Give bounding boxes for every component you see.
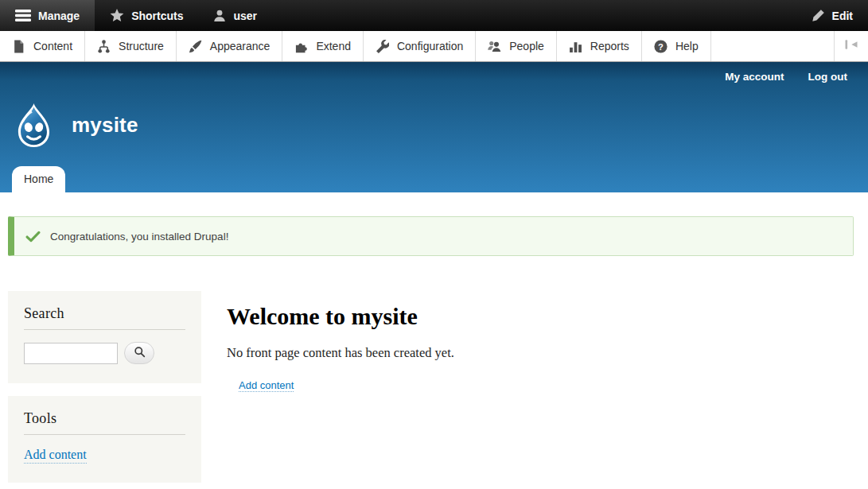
star-icon xyxy=(110,9,124,22)
site-branding[interactable]: mysite xyxy=(11,103,138,148)
admin-menu-label: Extend xyxy=(316,40,351,52)
people-icon xyxy=(488,40,501,53)
tab-home[interactable]: Home xyxy=(12,166,65,192)
check-icon xyxy=(25,231,41,243)
admin-menu-item-structure[interactable]: Structure xyxy=(85,31,177,61)
log-out-link[interactable]: Log out xyxy=(808,71,847,83)
admin-menu-label: Reports xyxy=(590,40,629,52)
toolbar-item-manage[interactable]: Manage xyxy=(0,0,95,31)
status-message-text: Congratulations, you installed Drupal! xyxy=(50,231,228,243)
svg-text:?: ? xyxy=(658,41,664,51)
admin-toolbar: Manage Shortcuts user Edit xyxy=(0,0,868,31)
page-title: Welcome to mysite xyxy=(227,304,854,329)
admin-menu-item-content[interactable]: Content xyxy=(0,31,85,61)
toolbar-spacer xyxy=(272,0,796,31)
main-add-content-link[interactable]: Add content xyxy=(239,379,294,392)
admin-menu-tray: Content Structure Appearance Extend Conf… xyxy=(0,31,868,62)
paintbrush-icon xyxy=(189,40,202,53)
admin-menu-item-appearance[interactable]: Appearance xyxy=(177,31,283,61)
main-content: Welcome to mysite No front page content … xyxy=(201,291,854,392)
file-icon xyxy=(12,40,25,53)
admin-menu-item-configuration[interactable]: Configuration xyxy=(364,31,476,61)
admin-menu-item-extend[interactable]: Extend xyxy=(282,31,364,61)
toolbar-item-label: user xyxy=(233,10,257,22)
bar-chart-icon xyxy=(569,40,582,53)
wrench-icon xyxy=(376,40,389,53)
status-message: Congratulations, you installed Drupal! xyxy=(8,216,854,256)
question-icon: ? xyxy=(654,40,668,53)
toolbar-item-edit[interactable]: Edit xyxy=(796,0,868,31)
admin-menu-label: Help xyxy=(675,40,699,52)
admin-menu-spacer xyxy=(711,31,834,61)
admin-menu-item-reports[interactable]: Reports xyxy=(557,31,642,61)
sidebar: Search Tools Add content xyxy=(8,291,201,483)
pencil-icon xyxy=(812,9,825,22)
tools-block: Tools Add content xyxy=(8,396,201,483)
user-icon xyxy=(213,10,226,22)
sidebar-add-content-link[interactable]: Add content xyxy=(24,447,87,464)
toolbar-item-shortcuts[interactable]: Shortcuts xyxy=(95,0,198,31)
tools-block-title: Tools xyxy=(24,410,185,435)
admin-menu-label: Configuration xyxy=(397,40,463,52)
admin-menu-label: People xyxy=(509,40,544,52)
toolbar-collapse-button[interactable] xyxy=(834,31,868,61)
toolbar-item-label: Manage xyxy=(38,10,80,22)
secondary-menu: My account Log out xyxy=(725,71,847,83)
toolbar-item-label: Shortcuts xyxy=(131,10,183,22)
empty-frontpage-text: No front page content has been created y… xyxy=(227,345,854,361)
search-block-title: Search xyxy=(24,305,185,330)
search-button[interactable] xyxy=(124,342,154,364)
page-layout: Search Tools Add content Welcome to mys xyxy=(8,291,854,483)
collapse-left-icon xyxy=(844,39,858,53)
drupal-logo xyxy=(11,103,56,148)
admin-menu-item-people[interactable]: People xyxy=(476,31,557,61)
sitemap-icon xyxy=(97,40,111,53)
search-block: Search xyxy=(8,291,201,383)
my-account-link[interactable]: My account xyxy=(725,71,784,83)
search-icon xyxy=(134,346,146,360)
admin-menu-item-help[interactable]: ? Help xyxy=(642,31,711,61)
admin-menu-label: Structure xyxy=(119,40,164,52)
admin-menu-label: Content xyxy=(33,40,72,52)
search-form xyxy=(24,342,185,364)
site-name[interactable]: mysite xyxy=(72,113,138,138)
menu-icon xyxy=(15,10,31,21)
admin-menu-label: Appearance xyxy=(210,40,271,52)
toolbar-item-user[interactable]: user xyxy=(198,0,272,31)
puzzle-icon xyxy=(294,40,308,53)
toolbar-item-label: Edit xyxy=(832,10,853,22)
search-input[interactable] xyxy=(24,343,118,364)
site-header: My account Log out mysite xyxy=(0,62,868,192)
